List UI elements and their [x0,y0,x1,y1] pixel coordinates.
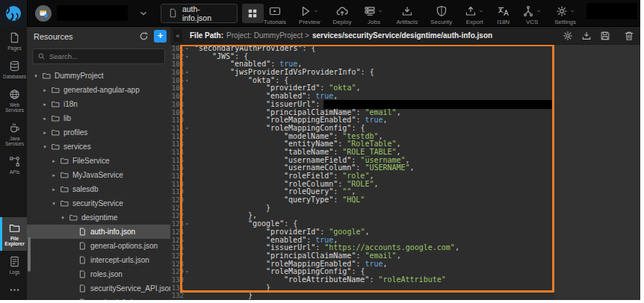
fold-marker-icon[interactable]: ▾ [184,268,190,276]
sidebar-item-apis[interactable]: APIs [0,151,27,179]
tree-collapse-icon[interactable]: ▸ [51,187,57,193]
tree-file-auth-info-json[interactable]: auth-info.json [27,225,170,239]
code-line-121[interactable]: 121} [170,204,640,213]
tree-folder-designtime[interactable]: ▾designtime [27,210,170,225]
tab-auth-info-json[interactable]: auth-info.json [161,4,238,23]
tree-collapse-icon[interactable]: ▸ [42,130,48,136]
tree-expand-icon[interactable]: ▾ [33,73,39,79]
file-icon [78,228,87,236]
folder-icon [69,213,78,222]
code-line-126[interactable]: 126"issuerUrl": "https://accounts.google… [170,244,640,252]
artifacts-button[interactable]: Artifacts [396,5,418,25]
file-settings-gear-icon[interactable] [563,31,573,41]
dashboard-grid-button[interactable] [242,4,264,23]
tree-collapse-icon[interactable]: ▸ [42,101,48,107]
tree-folder-profiles[interactable]: ▸profiles [27,125,170,140]
resource-search[interactable] [32,49,165,64]
tree-collapse-icon[interactable]: ▸ [51,172,57,178]
code-line-127[interactable]: 127"principalClaimName": "email", [170,252,640,260]
tree-item-label: MyJavaService [72,171,123,179]
tree-collapse-icon[interactable]: ▸ [42,87,48,93]
code-line-116[interactable]: 116"usernameColumn": "USERNAME", [170,164,640,172]
tree-expand-icon[interactable]: ▾ [51,201,57,207]
sidebar-item-pages[interactable]: Pages [0,27,27,55]
tree-folder-securityservice[interactable]: ▾securityService [27,196,170,210]
add-resource-button[interactable]: + [154,30,167,43]
tree-folder-salesdb[interactable]: ▸salesdb [27,182,170,196]
tree-file-securityservice-api-json[interactable]: securityService_API.json [27,281,170,296]
tree-expand-icon[interactable]: ▾ [42,144,48,150]
download-file-icon[interactable] [581,31,592,41]
fold-marker-icon[interactable]: ▾ [184,220,190,228]
code-line-118[interactable]: 118"roleColumn": "ROLE", [170,181,640,189]
code-line-119[interactable]: 119"roleQuery": "", [170,188,640,196]
export-button[interactable]: Export [465,5,484,25]
code-line-111[interactable]: 111▾"roleMappingConfig": { [170,125,640,133]
tree-file-general-options-json[interactable]: general-options.json [27,239,170,253]
delete-file-icon[interactable] [624,31,634,41]
collapse-panel-icon[interactable]: « [173,30,182,42]
vcs-button[interactable]: VCS [522,5,542,25]
i18n-button[interactable]: I18N [497,5,510,25]
code-line-128[interactable]: 128"roleMappingEnabled": true, [170,260,640,269]
refresh-icon[interactable] [139,31,149,41]
fold-marker-icon[interactable]: ▾ [184,53,190,61]
code-line-106[interactable]: 106"providerId": "okta", [170,84,640,93]
code-line-120[interactable]: 120"queryType": "HQL" [170,196,640,204]
sidebar-item-logs[interactable]: Logs [0,251,27,279]
tree-expand-icon[interactable]: ▾ [60,215,66,221]
code-line-109[interactable]: 109"principalClaimName": "email", [170,109,640,117]
tree-collapse-icon[interactable]: ▸ [42,116,48,122]
tutorials-button[interactable]: Tutorials [264,5,286,25]
chevron-down-icon [536,8,542,14]
code-line-131[interactable]: 131} [170,284,640,293]
line-number: 124 [170,228,184,237]
code-line-104[interactable]: 104▾"jwsProviderIdVsProviderInfo": { [170,69,640,77]
code-line-117[interactable]: 117"roleField": "role", [170,172,640,181]
panel-scrollbar-thumb[interactable] [28,237,31,272]
code-line-110[interactable]: 110"roleMappingEnabled": true, [170,116,640,125]
tree-folder-dummyproject[interactable]: ▾DummyProject [27,69,170,83]
vcs-label: VCS [526,19,538,25]
chevron-down-icon[interactable] [138,8,149,19]
save-file-icon[interactable] [600,31,610,41]
code-editor[interactable]: 101▾"secondaryAuthProviders": {102▾"JWS"… [170,45,640,300]
tree-folder-myjavaservice[interactable]: ▸MyJavaService [27,168,170,182]
code-line-132[interactable]: 132} [170,292,640,300]
tree-file-service-info-json[interactable]: service-info.json [27,296,170,300]
tree-file-roles-json[interactable]: roles.json [27,267,170,281]
settings-button[interactable]: Settings [554,5,576,25]
line-number: 111 [170,125,184,133]
deploy-button[interactable]: Deploy [333,5,352,25]
tree-folder-services[interactable]: ▾services [27,140,170,154]
code-line-112[interactable]: 112"modelName": "testdb", [170,133,640,141]
sidebar-item-file-explorer[interactable]: File Explorer [0,217,27,251]
code-line-123[interactable]: 123▾"google": { [170,220,640,228]
wavemaker-logo[interactable] [0,0,28,27]
code-line-113[interactable]: 113"entityName": "RoleTable", [170,140,640,149]
fold-marker-icon[interactable]: ▾ [184,77,190,85]
tree-folder-fileservice[interactable]: ▸FileService [27,154,170,168]
security-button[interactable]: Security [430,5,452,25]
code-line-124[interactable]: 124"providerId": "google", [170,228,640,237]
tree-folder-generated-angular-app[interactable]: ▸generated-angular-app [27,83,170,97]
project-switcher[interactable] [35,5,128,22]
code-line-130[interactable]: 130"roleAttributeName": "roleAttribute" [170,276,640,284]
tree-file-intercept-urls-json[interactable]: intercept-urls.json [27,253,170,267]
fold-marker-icon[interactable]: ▾ [184,69,190,77]
fold-marker-icon[interactable]: ▾ [184,125,190,133]
search-input[interactable] [49,52,146,60]
code-line-105[interactable]: 105▾"okta": { [170,77,640,85]
globe-icon [9,89,20,100]
tree-folder-i18n[interactable]: ▸i18n [27,97,170,111]
sidebar-item-more[interactable] [0,279,27,300]
jobs-button[interactable]: Jobs [364,5,383,25]
sidebar-item-web-services[interactable]: Web Services [0,84,27,117]
tree-folder-lib[interactable]: ▸lib [27,111,170,125]
tree-collapse-icon[interactable]: ▸ [51,158,57,164]
sidebar-item-databases[interactable]: Databases [0,55,27,84]
code-line-122[interactable]: 122}, [170,212,640,220]
preview-button[interactable]: Preview [299,5,320,25]
sidebar-item-java-services[interactable]: Java Services [0,117,27,151]
fold-marker-icon[interactable]: ▾ [184,45,190,53]
